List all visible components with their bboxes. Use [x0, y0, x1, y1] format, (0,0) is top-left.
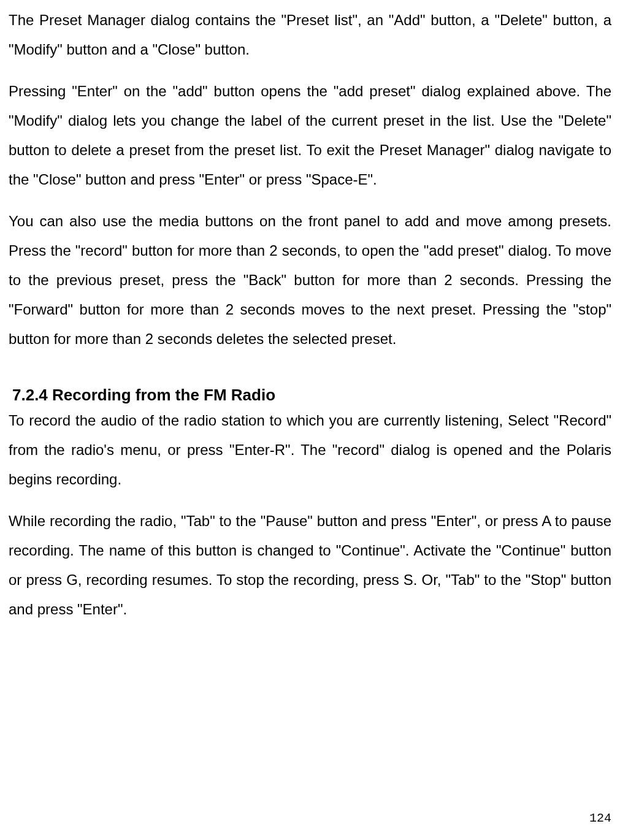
document-page: The Preset Manager dialog contains the "…	[0, 0, 620, 840]
body-paragraph: The Preset Manager dialog contains the "…	[9, 6, 611, 64]
body-paragraph: While recording the radio, "Tab" to the …	[9, 506, 611, 624]
body-paragraph: You can also use the media buttons on th…	[9, 207, 611, 354]
body-paragraph: To record the audio of the radio station…	[9, 406, 611, 494]
body-paragraph: Pressing "Enter" on the "add" button ope…	[9, 77, 611, 194]
page-number: 124	[589, 811, 611, 825]
page-content: The Preset Manager dialog contains the "…	[9, 6, 611, 636]
section-heading: 7.2.4 Recording from the FM Radio	[9, 386, 611, 405]
